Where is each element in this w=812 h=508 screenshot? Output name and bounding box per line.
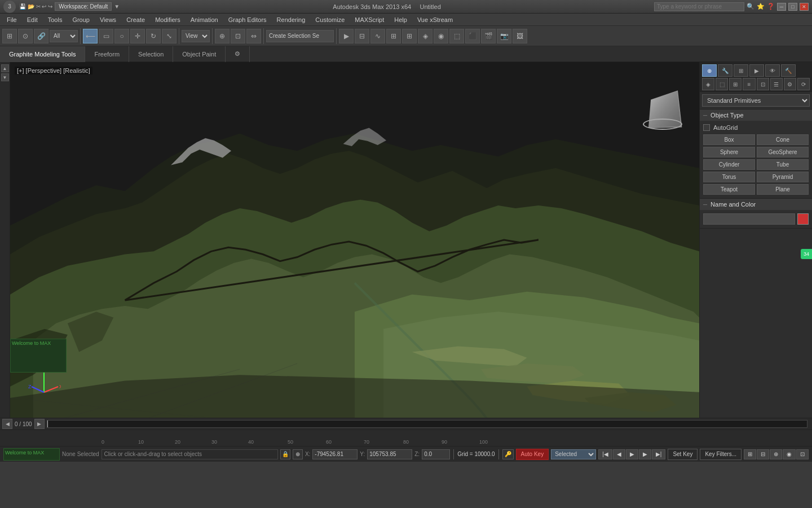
menu-modifiers[interactable]: Modifiers [151,15,185,24]
selected-dropdown[interactable]: Selected [551,449,596,459]
rp-tab-motion[interactable]: ▶ [749,64,764,77]
scroll-up[interactable]: ▲ [1,64,9,72]
menu-edit[interactable]: Edit [23,15,42,24]
extra-btn-3[interactable]: ⊕ [770,449,782,459]
extra-btn-4[interactable]: ◉ [783,449,796,459]
rp-sub-tab-8[interactable]: ⟳ [797,78,810,90]
close-button[interactable]: ✕ [800,3,809,11]
tab-object-paint[interactable]: Object Paint [173,46,226,62]
menu-file[interactable]: File [2,15,21,24]
btn-pyramid[interactable]: Pyramid [757,172,809,182]
autogrid-checkbox[interactable] [703,124,710,131]
search-input[interactable] [654,2,744,11]
category-select[interactable]: Standard Primitives Extended Primitives … [702,94,810,107]
nav-ring[interactable] [643,119,682,130]
select-tool-btn[interactable]: ⟵ [83,29,98,43]
btn-box[interactable]: Box [703,134,755,145]
keyfilters-btn[interactable]: Key Filters... [700,449,742,460]
menu-views[interactable]: Views [95,15,121,24]
btn-cylinder[interactable]: Cylinder [703,159,755,170]
viewport[interactable]: Welcome to MAX [+] [Perspective] [Realis… [10,62,699,418]
rect-select-btn[interactable]: ▭ [99,29,113,43]
play-btn[interactable]: ▶ [339,29,354,43]
menu-tools[interactable]: Tools [43,15,67,24]
nav-cube-gizmo[interactable] [643,90,688,135]
rp-sub-tab-7[interactable]: ⚙ [784,78,796,90]
view-select[interactable]: View [182,30,210,42]
rotate-btn[interactable]: ↻ [146,29,161,43]
rp-tab-modify[interactable]: 🔧 [718,64,732,77]
tab-graphite-modeling[interactable]: Graphite Modeling Tools [0,46,85,62]
menu-vue-xstream[interactable]: Vue xStream [413,15,457,24]
timeline-next[interactable]: ▶ [34,419,45,429]
minimize-button[interactable]: ─ [777,3,786,11]
side-notification[interactable]: 34 [801,249,812,259]
key-icon[interactable]: 🔑 [502,449,514,459]
btn-torus[interactable]: Torus [703,172,755,182]
rp-sub-tab-2[interactable]: ⬚ [716,78,728,90]
rp-sub-tab-5[interactable]: ⊡ [757,78,769,90]
create-selection-set[interactable] [266,30,334,42]
prev-key-btn[interactable]: ◀ [613,449,625,459]
menu-rendering[interactable]: Rendering [272,15,310,24]
tab-extra[interactable]: ⚙ [226,46,250,62]
next-key-btn[interactable]: ▶ [639,449,651,459]
prev-frame-btn[interactable]: |◀ [598,449,612,459]
btn-plane[interactable]: Plane [757,184,809,195]
lock-icon[interactable]: 🔒 [280,449,290,459]
btn-geosphere[interactable]: GeoSphere [757,147,809,157]
render4-btn[interactable]: 🎬 [481,29,496,43]
rp-tab-display[interactable]: 👁 [765,64,780,77]
rp-tab-utilities[interactable]: 🔨 [781,64,796,77]
timeline-prev[interactable]: ◀ [2,419,12,429]
next-frame-btn[interactable]: ▶| [652,449,666,459]
menu-customize[interactable]: Customize [311,15,349,24]
circle-select-btn[interactable]: ○ [114,29,129,43]
link-btn[interactable]: 🔗 [34,29,48,43]
bookmark-icon[interactable]: ⭐ [757,3,765,10]
layers-btn[interactable]: ⊞ [386,29,401,43]
render3-btn[interactable]: ⬛ [465,29,480,43]
name-and-color-header[interactable]: ─ Name and Color [700,199,812,210]
object-type-header[interactable]: ─ Object Type [700,110,812,121]
select-shape-btn[interactable]: ⊙ [18,29,33,43]
align-btn[interactable]: ⊟ [355,29,369,43]
rp-sub-tab-6[interactable]: ☰ [770,78,783,90]
toggle-btn[interactable]: ⊡ [231,29,245,43]
rp-sub-tab-4[interactable]: ≡ [743,78,755,90]
schematic-btn[interactable]: ⊞ [402,29,417,43]
scale-btn[interactable]: ⤡ [162,29,176,43]
x-input[interactable] [312,449,358,459]
btn-teapot[interactable]: Teapot [703,184,755,195]
rp-tab-hierarchy[interactable]: ⊞ [734,64,748,77]
help-icon[interactable]: ❓ [767,3,775,10]
mirror-btn[interactable]: ⇔ [246,29,261,43]
menu-maxscript[interactable]: MAXScript [350,15,389,24]
nav-cube[interactable] [643,90,682,130]
extra-btn-5[interactable]: ⊡ [796,449,809,459]
filter-select[interactable]: All [50,30,78,42]
render2-btn[interactable]: ⬚ [449,29,464,43]
btn-tube[interactable]: Tube [757,159,809,170]
btn-sphere[interactable]: Sphere [703,147,755,157]
menu-create[interactable]: Create [122,15,149,24]
rp-tab-create[interactable]: ⊕ [702,64,717,77]
move-btn[interactable]: ✛ [130,29,145,43]
material-btn[interactable]: ◈ [418,29,433,43]
extra-btn-2[interactable]: ⊟ [757,449,769,459]
workspace-dropdown-icon[interactable]: ▼ [114,3,120,10]
select-by-name-btn[interactable]: ⊞ [2,29,17,43]
z-input[interactable] [422,449,450,459]
rp-sub-tab-1[interactable]: ◈ [702,78,714,90]
curve-btn[interactable]: ∿ [370,29,385,43]
menu-help[interactable]: Help [390,15,412,24]
menu-graph-editors[interactable]: Graph Editors [224,15,271,24]
name-field[interactable] [703,213,795,225]
maximize-button[interactable]: □ [788,3,797,11]
tab-selection[interactable]: Selection [129,46,173,62]
snap-icon[interactable]: ⊕ [293,449,303,459]
btn-cone[interactable]: Cone [757,134,809,145]
pivot-btn[interactable]: ⊕ [215,29,230,43]
color-swatch[interactable] [797,213,809,225]
tab-freeform[interactable]: Freeform [85,46,129,62]
